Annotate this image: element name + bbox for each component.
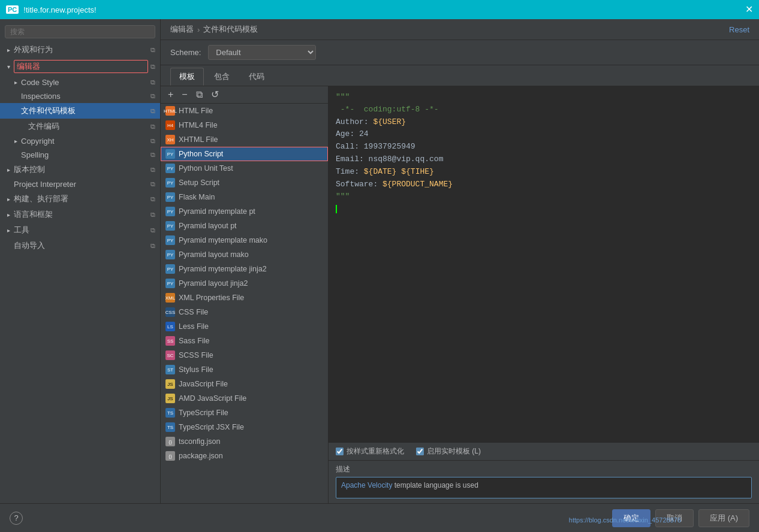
file-icon-html: HTML xyxy=(165,106,175,116)
file-item-scss[interactable]: SCSCSS File xyxy=(161,348,328,362)
reset-button[interactable]: Reset xyxy=(729,25,749,34)
close-button[interactable]: ✕ xyxy=(745,5,753,14)
file-list: HTMLHTML FileH4HTML4 FileXHXHTML FilePYP… xyxy=(161,104,328,503)
sidebar-item-inspections[interactable]: ▸Inspections⧉ xyxy=(0,89,160,103)
expand-icon-waixuan: ▸ xyxy=(7,47,10,53)
file-item-flask[interactable]: PYFlask Main xyxy=(161,190,328,204)
sidebar: ▸外观和行为⧉▾编辑器⧉▸Code Style⧉▸Inspections⧉▸文件… xyxy=(0,19,161,503)
file-label-sass: Sass File xyxy=(179,337,209,345)
add-button[interactable]: + xyxy=(165,89,176,101)
expand-icon-build: ▸ xyxy=(7,196,10,202)
file-icon-tsx: TS xyxy=(165,422,175,432)
sidebar-copy-icon-lang: ⧉ xyxy=(150,211,155,219)
desc-box: Apache Velocity template language is use… xyxy=(336,477,752,498)
file-label-tsx: TypeScript JSX File xyxy=(179,423,244,431)
sidebar-item-versioncontrol[interactable]: ▸版本控制⧉ xyxy=(0,162,160,177)
expand-icon-codestyle: ▸ xyxy=(14,79,17,86)
file-icon-tsconfig: {} xyxy=(165,437,175,446)
file-label-xhtml: XHTML File xyxy=(179,135,218,144)
sidebar-item-autoimport[interactable]: ▸自动导入⧉ xyxy=(0,238,160,253)
file-label-tsconfig: tsconfig.json xyxy=(179,437,220,446)
file-icon-pkg: {} xyxy=(165,451,175,461)
sidebar-item-build[interactable]: ▸构建、执行部署⧉ xyxy=(0,191,160,207)
sidebar-item-bianji[interactable]: ▾编辑器⧉ xyxy=(0,58,160,75)
file-icon-less: LS xyxy=(165,322,175,331)
desc-rest: template language is used xyxy=(392,481,478,489)
remove-button[interactable]: − xyxy=(179,89,189,101)
file-item-pyramid_pt[interactable]: PYPyramid mytemplate pt xyxy=(161,204,328,219)
sidebar-copy-icon-codestyle: ⧉ xyxy=(150,78,155,86)
file-item-pyramid_mako[interactable]: PYPyramid mytemplate mako xyxy=(161,233,328,247)
file-item-pyunit[interactable]: PYPython Unit Test xyxy=(161,161,328,176)
breadcrumb-filetemplates: 文件和代码模板 xyxy=(203,24,258,35)
file-label-less: Less File xyxy=(179,322,209,331)
file-label-xml: XML Properties File xyxy=(179,294,244,302)
sidebar-item-lang[interactable]: ▸语言和框架⧉ xyxy=(0,207,160,222)
reformat-checkbox[interactable] xyxy=(336,448,344,455)
code-line-4: Age: 24 xyxy=(336,128,752,141)
sidebar-item-spelling[interactable]: ▸Spelling⧉ xyxy=(0,148,160,162)
sidebar-label-fileencoding: 文件编码 xyxy=(28,121,148,132)
file-item-tsconfig[interactable]: {}tsconfig.json xyxy=(161,434,328,449)
file-item-less[interactable]: LSLess File xyxy=(161,319,328,334)
file-item-sass[interactable]: SSSass File xyxy=(161,334,328,348)
file-item-setup[interactable]: PYSetup Script xyxy=(161,176,328,190)
sidebar-label-lang: 语言和框架 xyxy=(14,209,148,220)
file-item-styl[interactable]: STStylus File xyxy=(161,362,328,377)
file-icon-pyramid_layout_jinja2: PY xyxy=(165,279,175,288)
reformat-option[interactable]: 按样式重新格式化 xyxy=(336,446,404,457)
sidebar-item-copyright[interactable]: ▸Copyright⧉ xyxy=(0,134,160,148)
file-item-amd_js[interactable]: JSAMD JavaScript File xyxy=(161,391,328,406)
scheme-select[interactable]: Default Custom xyxy=(208,45,316,60)
file-item-pyramid_jinja2[interactable]: PYPyramid mytemplate jinja2 xyxy=(161,262,328,276)
sidebar-item-projectinterp[interactable]: ▸Project Interpreter⧉ xyxy=(0,177,160,191)
file-label-pyramid_mako: Pyramid mytemplate mako xyxy=(179,236,267,244)
window-title: !title.for.new.projects! xyxy=(23,5,96,14)
file-item-tsx[interactable]: TSTypeScript JSX File xyxy=(161,420,328,434)
file-item-xml[interactable]: XMLXML Properties File xyxy=(161,291,328,305)
file-icon-xml: XML xyxy=(165,293,175,303)
apply-button[interactable]: 应用 (A) xyxy=(698,509,749,527)
file-item-html[interactable]: HTMLHTML File xyxy=(161,104,328,118)
file-item-pyscript[interactable]: PYPython Script xyxy=(161,147,328,161)
realtime-option[interactable]: 启用实时模板 (L) xyxy=(416,446,481,457)
search-input[interactable] xyxy=(5,25,155,38)
sidebar-copy-icon-autoimport: ⧉ xyxy=(150,242,155,250)
file-icon-css: CSS xyxy=(165,307,175,317)
file-item-xhtml[interactable]: XHXHTML File xyxy=(161,132,328,147)
file-item-pyramid_layout_jinja2[interactable]: PYPyramid layout jinja2 xyxy=(161,276,328,291)
code-line-6: Email: nsq88@vip.qq.com xyxy=(336,153,752,166)
sidebar-label-filetemplates: 文件和代码模板 xyxy=(21,105,148,116)
file-item-css[interactable]: CSSCSS File xyxy=(161,305,328,319)
file-item-ts[interactable]: TSTypeScript File xyxy=(161,406,328,420)
sidebar-item-tools[interactable]: ▸工具⧉ xyxy=(0,222,160,238)
code-area[interactable]: """ -*- coding:utf-8 -*- Author: ${USER}… xyxy=(329,86,759,442)
file-item-pkg[interactable]: {}package.json xyxy=(161,449,328,463)
file-item-js[interactable]: JSJavaScript File xyxy=(161,377,328,391)
sidebar-item-fileencoding[interactable]: ▸文件编码⧉ xyxy=(0,119,160,134)
sidebar-item-filetemplates[interactable]: ▸文件和代码模板⧉ xyxy=(0,103,160,119)
sidebar-copy-icon-build: ⧉ xyxy=(150,195,155,203)
sidebar-item-codestyle[interactable]: ▸Code Style⧉ xyxy=(0,75,160,89)
file-item-pyramid_layout_pt[interactable]: PYPyramid layout pt xyxy=(161,219,328,233)
tab-baohang[interactable]: 包含 xyxy=(205,68,239,86)
file-label-scss: SCSS File xyxy=(179,351,213,359)
footer-left: ? xyxy=(10,512,23,525)
sidebar-item-waixuan[interactable]: ▸外观和行为⧉ xyxy=(0,42,160,58)
file-item-html4[interactable]: H4HTML4 File xyxy=(161,118,328,132)
titlebar: PC !title.for.new.projects! ✕ xyxy=(0,0,759,19)
sidebar-copy-icon-projectinterp: ⧉ xyxy=(150,180,155,188)
tab-daima[interactable]: 代码 xyxy=(240,68,273,86)
reset-template-button[interactable]: ↺ xyxy=(209,89,221,101)
tab-moban[interactable]: 模板 xyxy=(170,68,204,86)
file-icon-pyramid_layout_mako: PY xyxy=(165,250,175,259)
help-button[interactable]: ? xyxy=(10,512,23,525)
file-item-pyramid_layout_mako[interactable]: PYPyramid layout mako xyxy=(161,247,328,262)
file-icon-amd_js: JS xyxy=(165,394,175,403)
breadcrumb-editor: 编辑器 xyxy=(170,24,194,35)
sidebar-copy-icon-tools: ⧉ xyxy=(150,226,155,234)
file-icon-js: JS xyxy=(165,379,175,389)
copy-button[interactable]: ⧉ xyxy=(194,89,205,101)
realtime-checkbox[interactable] xyxy=(416,448,424,455)
footer: ? 确定 取消 应用 (A) https://blog.csdn.net/wei… xyxy=(0,503,759,532)
